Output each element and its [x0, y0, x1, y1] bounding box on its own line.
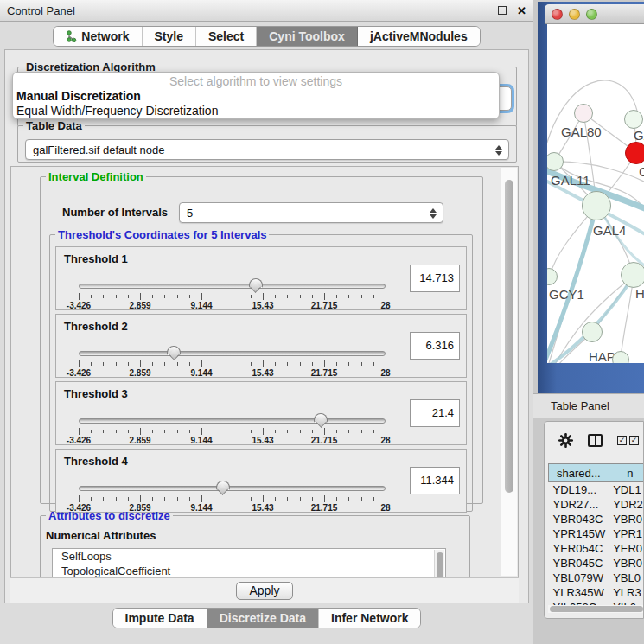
table-horizontal-scrollbar[interactable]	[548, 605, 644, 613]
float-window-icon[interactable]	[498, 6, 507, 15]
attribute-list-item[interactable]: SelfLoops	[53, 549, 445, 564]
number-of-intervals-combobox[interactable]: 5	[179, 202, 443, 223]
tab-network[interactable]: Network	[54, 27, 142, 46]
table-row[interactable]: YBR043CYBR0	[549, 512, 644, 526]
slider-track[interactable]	[79, 284, 386, 289]
settings-vertical-scrollbar[interactable]	[501, 168, 517, 576]
tab-style[interactable]: Style	[143, 27, 196, 46]
table-row[interactable]: YPR145WYPR1	[549, 526, 644, 541]
checkbox-pair-icon[interactable]: ✓ ✓	[617, 436, 639, 445]
table-cell[interactable]: YDR27...	[549, 497, 609, 512]
bottom-tab-group: Impute Data Discretize Data Infer Networ…	[112, 608, 422, 628]
threshold-1-value-field[interactable]: 14.713	[410, 265, 460, 292]
table-cell[interactable]: YLR345W	[549, 585, 609, 600]
numerical-attributes-list[interactable]: SelfLoopsTopologicalCoefficientBetweenne…	[52, 548, 446, 577]
table-data-title: Table Data	[23, 119, 85, 132]
slider-track[interactable]	[79, 486, 386, 491]
table-data-combobox[interactable]: galFiltered.sif default node	[25, 139, 509, 160]
tab-infer-network[interactable]: Infer Network	[319, 609, 420, 628]
apply-button[interactable]: Apply	[236, 582, 293, 600]
threshold-1-slider[interactable]: -3.4262.8599.14415.4321.71528	[79, 280, 386, 309]
gear-icon[interactable]	[558, 433, 573, 448]
slider-track[interactable]	[79, 351, 386, 356]
network-node-gal80[interactable]	[574, 104, 593, 123]
network-view-window: GAL80GACGAL11GAL4GCY1HHAP2	[538, 2, 644, 393]
table-cell[interactable]: YBR0	[609, 512, 644, 526]
network-node-h[interactable]	[621, 262, 644, 288]
top-tab-group: Network Style Select Cyni Toolbox jActiv…	[53, 26, 480, 47]
slider-ticks	[79, 293, 386, 300]
numerical-attributes-label: Numerical Attributes	[46, 529, 156, 542]
minimize-traffic-light[interactable]	[569, 9, 580, 20]
slider-ticks	[79, 360, 386, 367]
scrollbar-thumb[interactable]	[550, 606, 643, 612]
table-row[interactable]: YLR345WYLR3	[549, 585, 644, 600]
close-icon[interactable]: ✕	[517, 5, 526, 16]
tab-cyni-toolbox[interactable]: Cyni Toolbox	[257, 27, 358, 46]
threshold-2-value-field[interactable]: 6.316	[410, 332, 460, 360]
table-row[interactable]: YER054CYER0	[549, 541, 644, 556]
tab-network-label: Network	[81, 29, 129, 43]
threshold-4-slider[interactable]: -3.4262.8599.14415.4321.71528	[79, 482, 386, 512]
table-row[interactable]: YBR045CYBR0	[549, 556, 644, 571]
table-cell[interactable]: YPR145W	[549, 526, 609, 541]
network-node-hap2[interactable]	[582, 322, 603, 342]
table-cell[interactable]: YLR3	[609, 585, 644, 600]
column-header-shared[interactable]: shared...	[549, 464, 609, 482]
dropdown-hint-item[interactable]: Select algorithm to view settings	[13, 74, 499, 89]
table-row[interactable]: YBL079WYBL0	[549, 571, 644, 585]
attribute-list-item[interactable]: TopologicalCoefficient	[53, 564, 445, 577]
network-node-ga[interactable]	[624, 110, 643, 129]
dropdown-option-equal-width[interactable]: Equal Width/Frequency Discretization	[13, 104, 499, 118]
network-node[interactable]	[612, 351, 629, 363]
tab-select[interactable]: Select	[196, 27, 257, 46]
dropdown-option-manual[interactable]: Manual Discretization	[13, 89, 499, 104]
table-cell[interactable]: YDL1	[609, 482, 644, 497]
tab-jactivemnodules[interactable]: jActiveMNodules	[358, 27, 480, 46]
threshold-4-value-field[interactable]: 11.344	[410, 467, 460, 494]
scrollbar-thumb[interactable]	[437, 552, 443, 577]
table-cell[interactable]: YER054C	[549, 541, 609, 556]
table-row[interactable]: YDR27...YDR2	[549, 497, 644, 512]
table-cell[interactable]: YBL079W	[549, 571, 609, 585]
tab-discretize-data-label: Discretize Data	[220, 611, 306, 625]
slider-thumb[interactable]	[314, 413, 328, 423]
threshold-3-value-field[interactable]: 21.4	[410, 399, 460, 427]
slider-thumb[interactable]	[167, 346, 181, 355]
threshold-2-label: Threshold 2	[64, 320, 128, 333]
network-node[interactable]	[625, 142, 644, 164]
algorithm-dropdown-popup: Select algorithm to view settings Manual…	[12, 72, 500, 119]
tab-impute-data[interactable]: Impute Data	[113, 609, 207, 628]
table-cell[interactable]: YDL19...	[549, 482, 609, 497]
threshold-3-panel: Threshold 3 -3.4262.8599.14415.4321.7152…	[55, 381, 467, 445]
table-row[interactable]: YDL19...YDL1	[549, 482, 644, 497]
node-label: GAL80	[561, 124, 602, 139]
node-label: H	[635, 286, 644, 301]
table-cell[interactable]: YDR2	[609, 497, 644, 512]
slider-track[interactable]	[79, 418, 386, 424]
table-cell[interactable]: YER0	[609, 541, 644, 556]
tab-discretize-data[interactable]: Discretize Data	[207, 609, 319, 628]
scrollbar-thumb[interactable]	[505, 180, 513, 493]
slider-thumb[interactable]	[249, 278, 263, 288]
close-traffic-light[interactable]	[552, 9, 563, 20]
network-canvas[interactable]: GAL80GACGAL11GAL4GCY1HHAP2	[547, 24, 644, 363]
threshold-2-slider[interactable]: -3.4262.8599.14415.4321.71528	[79, 348, 386, 377]
threshold-3-slider[interactable]: -3.4262.8599.14415.4321.71528	[79, 415, 386, 444]
table-cell[interactable]: YBR043C	[549, 512, 609, 526]
column-header-name[interactable]: n	[609, 464, 644, 482]
tab-jactivemnodules-label: jActiveMNodules	[370, 29, 468, 43]
node-label: C	[639, 164, 644, 179]
control-panel-titlebar: Control Panel ✕	[0, 0, 533, 22]
network-node-gal4[interactable]	[582, 191, 611, 220]
slider-thumb[interactable]	[216, 481, 230, 490]
attributes-scrollbar[interactable]	[434, 550, 444, 577]
table-cell[interactable]: YBL0	[609, 571, 644, 585]
table-cell[interactable]: YBR045C	[549, 556, 609, 571]
top-tab-row: Network Style Select Cyni Toolbox jActiv…	[0, 26, 533, 47]
table-cell[interactable]: YBR0	[609, 556, 644, 571]
zoom-traffic-light[interactable]	[586, 9, 597, 20]
split-columns-icon[interactable]	[588, 434, 603, 447]
table-panel-title: Table Panel	[551, 399, 609, 412]
table-cell[interactable]: YPR1	[609, 526, 644, 541]
